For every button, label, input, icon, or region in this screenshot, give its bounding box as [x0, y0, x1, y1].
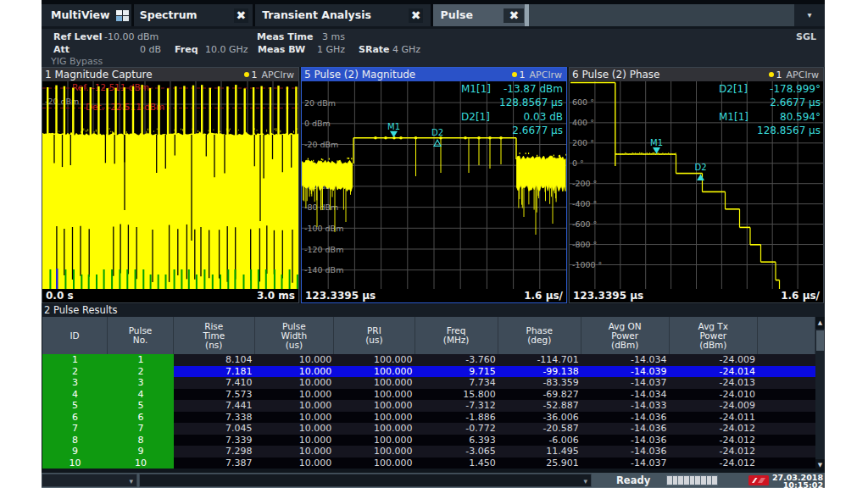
result-cell	[758, 354, 815, 366]
column-header[interactable]	[758, 317, 815, 354]
progress-segment	[667, 476, 672, 485]
result-cell: -14.036	[581, 423, 670, 435]
grid-icon-cell	[123, 10, 129, 15]
result-cell	[758, 412, 815, 424]
meas-time-value[interactable]: 3 ms	[322, 31, 345, 42]
column-header[interactable]: Avg ON Power (dBm)	[581, 317, 670, 354]
panel3-title-bar[interactable]: 6 Pulse (2) Phase 1 APClrw	[570, 68, 823, 81]
tab-close-icon[interactable]: ✖	[234, 8, 248, 23]
tab-overflow-dropdown[interactable]: ▾	[794, 4, 825, 26]
result-cell: 100.000	[334, 366, 415, 378]
result-row[interactable]: 887.33910.000100.0006.393-6.006-14.036-2…	[42, 435, 815, 446]
svg-text:-80 dBm: -80 dBm	[304, 202, 338, 212]
result-cell: 5	[42, 400, 108, 412]
status-message-field[interactable]: ▾	[139, 474, 592, 487]
marker-value: 128.8567 µs	[570, 125, 821, 136]
marker-readout-row: 2.6677 µs	[302, 125, 566, 138]
result-cell: 5	[108, 400, 174, 412]
column-header[interactable]: Avg Tx Power (dBm)	[670, 317, 759, 354]
meas-bw-value[interactable]: 1 GHz	[317, 44, 345, 55]
column-header[interactable]: PRI (us)	[334, 317, 415, 354]
window-pulse-magnitude[interactable]: 5 Pulse (2) Magnitude 1 APClrw 20 dBm0 d…	[301, 67, 567, 303]
panel1-x-axis: 0.0 s 3.0 ms	[42, 289, 298, 302]
ref-level-value[interactable]: -10.00 dBm	[104, 31, 159, 42]
result-cell: 100.000	[334, 354, 415, 366]
scrollbar-thumb[interactable]	[816, 330, 824, 351]
results-title-bar[interactable]: 2 Pulse Results	[42, 304, 825, 317]
result-row[interactable]: 337.41010.000100.0007.734-83.359-14.037-…	[42, 377, 815, 389]
result-cell: -0.772	[415, 423, 498, 435]
measurement-header: Ref Level -10.00 dBm Att 0 dB Freq 10.0 …	[42, 29, 825, 67]
result-cell: -52.887	[498, 400, 581, 412]
svg-text:-800 °: -800 °	[572, 240, 597, 249]
column-header[interactable]: Phase (deg)	[498, 317, 581, 354]
result-row[interactable]: 118.10410.000100.000-3.760-114.701-14.03…	[42, 354, 815, 366]
result-cell: 9.715	[415, 366, 498, 378]
ref-level-label: Ref Level	[53, 31, 102, 42]
tab-transient-analysis[interactable]: Transient Analysis✖	[255, 4, 431, 26]
result-cell: 4	[42, 389, 108, 401]
tab-close-icon[interactable]: ✖	[409, 8, 423, 23]
column-header[interactable]: Pulse No.	[108, 317, 174, 354]
result-row[interactable]: 227.18110.000100.0009.715-99.138-14.039-…	[42, 366, 815, 378]
window-pulse-phase[interactable]: 6 Pulse (2) Phase 1 APClrw 600 °400 °200…	[569, 67, 824, 303]
result-cell: 6	[42, 412, 108, 424]
trace1-mode: APClrw	[262, 69, 294, 80]
grid-icon-cell	[123, 16, 129, 21]
result-cell: -7.312	[415, 400, 498, 412]
column-header[interactable]: ID	[42, 317, 108, 354]
status-combo-left[interactable]: ▾	[42, 474, 137, 487]
svg-text:D2: D2	[694, 163, 706, 172]
att-value[interactable]: 0 dB	[126, 44, 161, 55]
window-magnitude-capture[interactable]: 1 Magnitude Capture 1 APClrw Ref. -12.51…	[42, 67, 299, 303]
column-header[interactable]: Freq (MHz)	[415, 317, 498, 354]
progress-segment	[678, 476, 683, 485]
scroll-up-arrow[interactable]: ▲	[815, 317, 825, 329]
results-body: 118.10410.000100.000-3.760-114.701-14.03…	[42, 354, 815, 469]
scroll-down-arrow[interactable]: ▼	[815, 459, 825, 471]
srate-value[interactable]: 4 GHz	[392, 44, 420, 55]
result-cell: 7.339	[174, 435, 255, 446]
result-cell: -14.033	[581, 400, 670, 412]
chevron-down-icon: ▾	[583, 474, 587, 488]
result-cell: 10	[108, 458, 174, 469]
result-row[interactable]: 777.04510.000100.000-0.772-20.587-14.036…	[42, 423, 815, 435]
rohde-schwarz-logo	[748, 475, 769, 485]
result-cell: 100.000	[334, 435, 415, 446]
column-header[interactable]: Pulse Width (us)	[255, 317, 335, 354]
result-cell: 10.000	[255, 366, 335, 378]
panel1-title-bar[interactable]: 1 Magnitude Capture 1 APClrw	[42, 68, 298, 81]
single-sweep-indicator: SGL	[796, 31, 816, 42]
column-header[interactable]: Rise Time (ns)	[174, 317, 255, 354]
result-cell: 10.000	[255, 423, 335, 435]
results-scrollbar[interactable]: ▲ ▼	[815, 317, 825, 471]
result-cell: 7.181	[174, 366, 255, 378]
result-row[interactable]: 557.44110.000100.000-7.312-52.887-14.033…	[42, 400, 815, 412]
result-cell: 9	[42, 446, 108, 458]
yig-bypass-label: YIG Bypass	[51, 56, 103, 67]
magnitude-capture-plot[interactable]: Ref. -12.511 dBmDet. -22.511 dBm-20 dBm	[42, 81, 298, 289]
svg-text:-140 dBm: -140 dBm	[304, 265, 343, 274]
marker-readout-row: M1[1]-13.87 dBm	[302, 83, 566, 97]
result-row[interactable]: 997.29810.000100.000-3.06511.495-14.036-…	[42, 446, 815, 458]
freq-value[interactable]: 10.0 GHz	[205, 44, 248, 55]
tab-spectrum[interactable]: Spectrum✖	[134, 4, 253, 26]
result-cell	[758, 400, 815, 412]
tab-pulse[interactable]: Pulse✖	[433, 4, 529, 26]
result-cell: -24.009	[670, 400, 759, 412]
result-row[interactable]: 447.57310.000100.00015.800-69.827-14.034…	[42, 389, 815, 401]
grid-icon-cell	[116, 10, 122, 15]
tab-close-icon[interactable]: ✖	[504, 8, 524, 23]
result-row[interactable]: 10107.38710.000100.0001.45025.901-14.037…	[42, 458, 815, 469]
svg-text:-200 °: -200 °	[572, 179, 597, 188]
panel2-title-bar[interactable]: 5 Pulse (2) Magnitude 1 APClrw	[302, 68, 566, 81]
result-cell: 15.800	[415, 389, 498, 401]
result-cell: 3	[108, 377, 174, 389]
analyzer-screen: MultiViewSpectrum✖Transient Analysis✖Pul…	[42, 0, 825, 488]
meas-bw-label: Meas BW	[258, 44, 305, 55]
meas-time-label: Meas Time	[257, 31, 313, 42]
result-cell: -83.359	[498, 377, 581, 389]
tab-multiview[interactable]: MultiView	[42, 4, 131, 26]
result-row[interactable]: 667.33810.000100.000-1.886-36.006-14.036…	[42, 412, 815, 424]
result-cell: -24.011	[670, 412, 759, 424]
